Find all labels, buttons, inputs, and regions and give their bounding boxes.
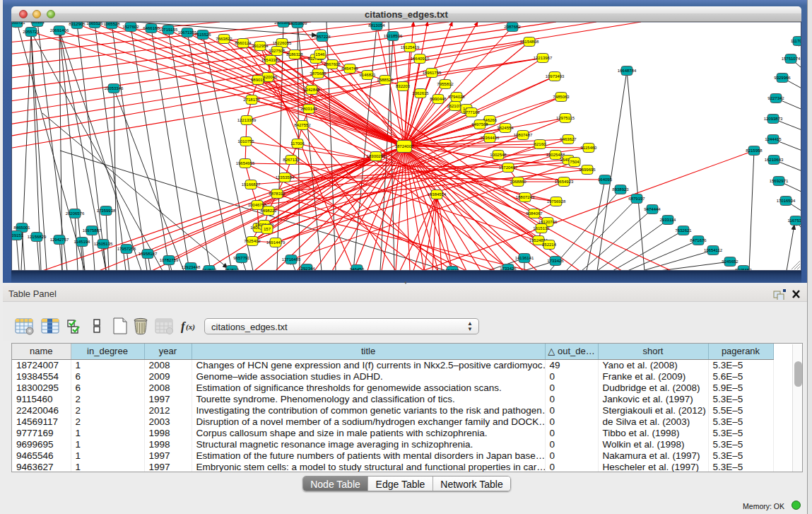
svg-text:9242848: 9242848: [303, 88, 320, 92]
svg-text:18300295: 18300295: [367, 154, 386, 158]
svg-text:15720407: 15720407: [499, 165, 518, 170]
svg-text:9329966: 9329966: [774, 76, 791, 80]
svg-text:18724007: 18724007: [395, 144, 414, 148]
svg-text:16961755: 16961755: [423, 71, 442, 75]
svg-text:7625402: 7625402: [244, 239, 261, 243]
svg-text:9657791: 9657791: [233, 256, 250, 260]
svg-text:2718176: 2718176: [243, 98, 260, 102]
svg-text:1145194: 1145194: [74, 240, 91, 244]
svg-text:9474444: 9474444: [644, 207, 661, 211]
svg-text:19756928: 19756928: [547, 199, 566, 204]
svg-text:164095: 164095: [598, 177, 613, 182]
svg-text:12213389: 12213389: [237, 118, 257, 122]
svg-text:1167531: 1167531: [788, 218, 801, 223]
svg-text:6879197: 6879197: [628, 197, 645, 201]
svg-text:1068860: 1068860: [510, 180, 526, 184]
svg-text:18807249: 18807249: [516, 195, 535, 199]
svg-text:252214: 252214: [542, 243, 557, 247]
svg-text:62160: 62160: [534, 142, 546, 146]
svg-text:8427552: 8427552: [294, 123, 311, 127]
svg-text:19218506: 19218506: [384, 34, 403, 38]
svg-text:9245652: 9245652: [722, 259, 739, 264]
svg-text:2087682: 2087682: [504, 25, 521, 29]
svg-text:16543382: 16543382: [261, 58, 281, 62]
svg-text:1362615: 1362615: [412, 91, 429, 95]
svg-text:16053809: 16053809: [288, 22, 307, 25]
svg-text:9115460: 9115460: [581, 146, 598, 150]
svg-text:20691406: 20691406: [50, 28, 69, 33]
svg-text:10719155: 10719155: [159, 28, 178, 32]
svg-text:10973493: 10973493: [546, 74, 565, 78]
svg-text:3875685: 3875685: [310, 71, 326, 76]
svg-text:1527602: 1527602: [122, 25, 139, 29]
svg-text:9227342: 9227342: [767, 96, 784, 100]
svg-text:7485063: 7485063: [553, 95, 570, 99]
svg-text:8878312: 8878312: [269, 192, 286, 196]
svg-text:16154808: 16154808: [520, 40, 539, 44]
svg-text:(x): (x): [186, 322, 195, 332]
svg-text:3624554: 3624554: [497, 126, 514, 130]
svg-text:12975115: 12975115: [556, 116, 575, 120]
svg-text:117006: 117006: [290, 141, 305, 146]
svg-text:12093873: 12093873: [764, 117, 783, 121]
svg-text:7632621: 7632621: [675, 228, 692, 233]
svg-text:9699695: 9699695: [579, 168, 596, 172]
svg-text:1002548: 1002548: [490, 153, 507, 157]
svg-text:12156829: 12156829: [28, 235, 47, 239]
svg-text:9794028: 9794028: [448, 95, 465, 99]
svg-text:19166827: 19166827: [242, 182, 261, 187]
svg-text:20206576: 20206576: [66, 211, 85, 216]
svg-text:19654923: 19654923: [555, 180, 574, 184]
svg-text:6466160: 6466160: [143, 26, 160, 30]
svg-text:16210643: 16210643: [765, 158, 784, 162]
svg-text:9084067: 9084067: [526, 211, 543, 216]
svg-text:13353594: 13353594: [276, 175, 295, 180]
svg-text:2933114: 2933114: [660, 218, 677, 222]
svg-text:12213967: 12213967: [534, 56, 553, 60]
svg-text:1010755: 1010755: [237, 139, 254, 144]
svg-text:2803144: 2803144: [300, 107, 317, 111]
svg-text:8186328: 8186328: [286, 52, 303, 57]
svg-text:15751074: 15751074: [782, 57, 801, 61]
svg-text:7515526: 7515526: [194, 33, 211, 37]
svg-text:12942757: 12942757: [50, 238, 69, 242]
svg-text:8267130: 8267130: [283, 158, 300, 162]
svg-text:7504: 7504: [570, 160, 579, 164]
svg-text:6497568: 6497568: [471, 122, 488, 127]
svg-text:9463627: 9463627: [560, 137, 577, 141]
svg-text:2867608: 2867608: [324, 62, 341, 66]
svg-text:10975887: 10975887: [83, 228, 102, 233]
svg-text:19384554: 19384554: [428, 192, 447, 197]
svg-text:8215958: 8215958: [746, 148, 763, 153]
svg-text:15692971: 15692971: [770, 179, 789, 183]
svg-text:15226055: 15226055: [273, 41, 292, 45]
svg-text:9327505: 9327505: [269, 49, 286, 53]
svg-text:20053346: 20053346: [105, 86, 124, 90]
svg-text:19125419: 19125419: [401, 45, 420, 49]
svg-text:19654955: 19654955: [236, 161, 255, 165]
svg-text:1065526: 1065526: [86, 22, 103, 25]
svg-text:1065528: 1065528: [103, 22, 120, 26]
svg-text:939151: 939151: [11, 233, 24, 238]
svg-text:9777169: 9777169: [463, 110, 480, 115]
svg-text:7663822: 7663822: [216, 37, 233, 41]
svg-text:1244415: 1244415: [765, 137, 782, 141]
svg-text:10654112: 10654112: [704, 248, 723, 252]
svg-text:8454749: 8454749: [341, 66, 358, 71]
svg-text:1733426: 1733426: [547, 259, 564, 263]
svg-text:7857224: 7857224: [314, 35, 331, 39]
svg-text:14136141: 14136141: [515, 256, 534, 260]
svg-text:8471676: 8471676: [690, 238, 707, 243]
svg-text:17016504: 17016504: [777, 199, 796, 203]
svg-text:157: 157: [264, 227, 271, 231]
svg-text:4498222: 4498222: [260, 209, 277, 213]
svg-text:20364436: 20364436: [481, 136, 500, 140]
svg-text:7955812: 7955812: [437, 82, 454, 86]
svg-text:989015: 989015: [251, 78, 266, 82]
svg-text:12505135: 12505135: [94, 242, 113, 246]
svg-text:3912954: 3912954: [252, 44, 269, 48]
svg-text:8813054: 8813054: [368, 23, 385, 28]
svg-text:8465001: 8465001: [13, 226, 30, 230]
svg-text:9146821: 9146821: [359, 73, 376, 77]
svg-text:16648784: 16648784: [618, 69, 637, 73]
